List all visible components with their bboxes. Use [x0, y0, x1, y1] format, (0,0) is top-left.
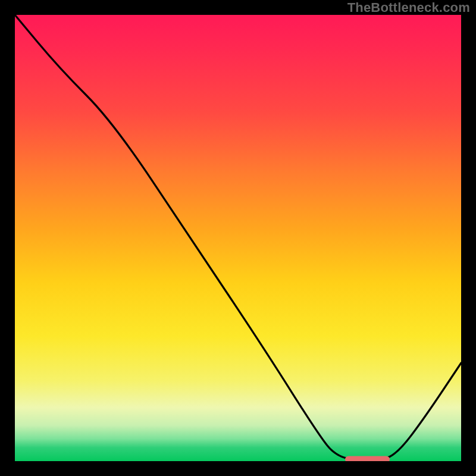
bottleneck-curve-svg: [15, 15, 461, 461]
optimal-marker: [345, 456, 390, 461]
bottleneck-curve-path: [15, 15, 461, 461]
gradient-plot-area: [15, 15, 461, 461]
watermark-text: TheBottleneck.com: [347, 0, 470, 15]
chart-frame: TheBottleneck.com: [0, 0, 476, 476]
